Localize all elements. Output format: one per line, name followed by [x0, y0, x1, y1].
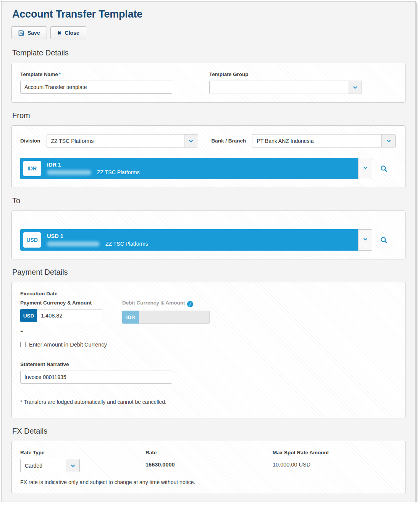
division-select[interactable]: ZZ TSC Platforms: [47, 134, 198, 147]
payment-amount-input[interactable]: [37, 309, 102, 322]
payment-details-panel: Execution Date Payment Currency & Amount…: [11, 282, 405, 418]
template-name-label: Template Name*: [20, 71, 172, 77]
toolbar: Save ✖ Close: [11, 26, 405, 39]
to-account-name: USD 1: [47, 233, 148, 239]
payment-currency-amount-label: Payment Currency & Amount: [20, 300, 102, 306]
division-label: Division: [20, 138, 40, 144]
rate-type-select[interactable]: Carded: [20, 459, 80, 472]
rate-label: Rate: [145, 450, 273, 455]
chevron-down-icon: [363, 165, 368, 172]
page-container: Account Transfer Template Save ✖ Close T…: [1, 1, 416, 502]
fx-details-heading: FX Details: [12, 427, 405, 436]
to-heading: To: [12, 196, 405, 205]
from-panel: Division ZZ TSC Platforms Bank / Branch …: [11, 125, 405, 188]
to-account-owner: ZZ TSC Platforms: [105, 241, 148, 247]
max-spot-rate-amount-label: Max Spot Rate Amount: [273, 450, 329, 455]
close-button-label: Close: [65, 30, 79, 36]
to-account-dropdown-button[interactable]: [358, 229, 372, 251]
to-currency-badge: USD: [23, 232, 41, 248]
debit-currency-amount-label: Debit Currency & Amounti: [122, 300, 210, 307]
rate-type-label: Rate Type: [20, 450, 145, 455]
chevron-down-icon: [381, 134, 395, 147]
division-selected-value: ZZ TSC Platforms: [47, 134, 184, 147]
from-account-owner: ZZ TSC Platforms: [97, 169, 140, 175]
to-account-number-redacted: [47, 241, 100, 246]
from-account-number-redacted: [47, 170, 91, 175]
template-name-label-text: Template Name: [20, 71, 58, 77]
template-group-label: Template Group: [209, 71, 362, 77]
enter-amount-debit-checkbox-label: Enter Amount in Debit Currency: [29, 342, 107, 348]
execution-date-label: Execution Date: [20, 291, 397, 296]
bank-branch-select[interactable]: PT Bank ANZ Indonesia: [252, 134, 396, 147]
bank-branch-label: Bank / Branch: [212, 138, 246, 144]
enter-amount-debit-checkbox[interactable]: [20, 342, 26, 347]
from-account-dropdown-button[interactable]: [358, 158, 372, 179]
statement-narrative-label: Statement Narrative: [20, 361, 397, 367]
transfers-note: * Transfers are lodged automatically and…: [20, 399, 397, 405]
template-group-select[interactable]: [209, 81, 362, 94]
to-account-tile[interactable]: USD USD 1 ZZ TSC Platforms: [20, 229, 358, 251]
from-account-text: IDR 1 ZZ TSC Platforms: [47, 162, 140, 175]
to-account-text: USD 1 ZZ TSC Platforms: [47, 233, 148, 247]
rate-value: 16630.0000: [145, 462, 273, 468]
fx-rate-note: FX rate is indicative only and subject t…: [20, 479, 397, 485]
template-group-selected-value: [210, 81, 348, 94]
from-account-tile[interactable]: IDR IDR 1 ZZ TSC Platforms: [20, 158, 358, 179]
debit-currency-prefix: IDR: [122, 311, 139, 324]
rate-type-selected-value: Carded: [21, 459, 66, 472]
equals-sign: =: [20, 328, 102, 334]
chevron-down-icon: [348, 81, 362, 94]
statement-narrative-input[interactable]: [20, 371, 172, 384]
floppy-disk-icon: [18, 30, 24, 36]
from-account-selector[interactable]: IDR IDR 1 ZZ TSC Platforms: [20, 158, 372, 179]
template-name-input[interactable]: [20, 81, 172, 94]
payment-details-heading: Payment Details: [12, 268, 405, 277]
chevron-down-icon: [184, 134, 198, 147]
payment-currency-prefix: USD: [20, 309, 37, 322]
save-button-label: Save: [27, 30, 40, 36]
from-currency-badge: IDR: [23, 161, 41, 176]
search-icon[interactable]: [380, 165, 388, 172]
search-icon[interactable]: [380, 236, 388, 244]
fx-details-panel: Rate Type Carded Rate 16630.0000 Max Spo…: [11, 441, 405, 494]
chevron-down-icon: [363, 236, 368, 243]
close-button[interactable]: ✖ Close: [50, 26, 86, 39]
max-spot-rate-amount-value: 10,000.00 USD: [273, 462, 329, 468]
from-account-name: IDR 1: [47, 162, 140, 168]
debit-amount-input: [139, 311, 210, 324]
page-title: Account Transfer Template: [12, 8, 405, 20]
to-account-selector[interactable]: USD USD 1 ZZ TSC Platforms: [20, 229, 372, 251]
bank-branch-selected-value: PT Bank ANZ Indonesia: [252, 134, 381, 147]
payment-amount-group: USD: [20, 309, 102, 322]
required-asterisk: *: [59, 71, 61, 77]
info-icon[interactable]: i: [187, 301, 193, 307]
template-details-heading: Template Details: [12, 49, 405, 57]
from-heading: From: [12, 111, 405, 120]
x-icon: ✖: [57, 31, 61, 36]
debit-currency-amount-label-text: Debit Currency & Amount: [122, 300, 185, 306]
debit-amount-group: IDR: [122, 311, 210, 324]
save-button[interactable]: Save: [11, 26, 47, 39]
template-details-panel: Template Name* Template Group: [11, 63, 405, 103]
chevron-down-icon: [66, 459, 79, 472]
to-panel: USD USD 1 ZZ TSC Platforms: [11, 211, 405, 259]
